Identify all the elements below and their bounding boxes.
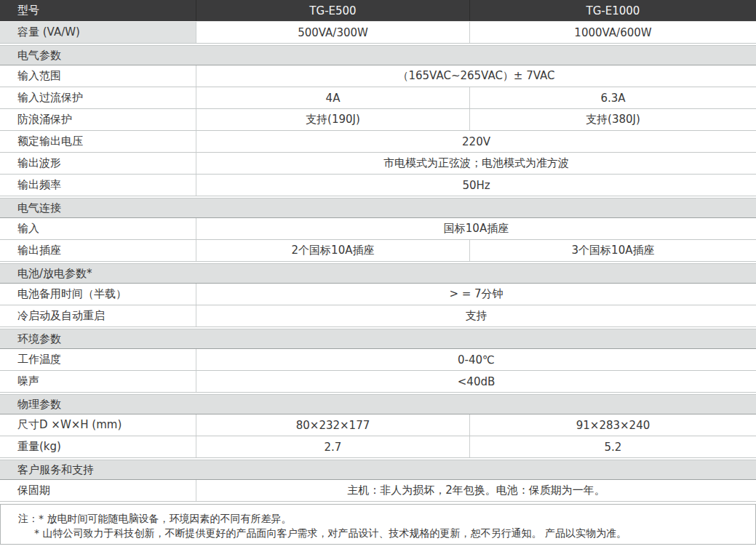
row-label: 防浪涌保护	[0, 109, 196, 130]
row-value-2: 3个国标10A插座	[470, 240, 756, 261]
row-value: （165VAC~265VAC）± 7VAC	[196, 65, 756, 87]
row-label: 容量 (VA/W)	[0, 22, 196, 43]
row-label: 冷启动及自动重启	[0, 305, 196, 326]
footnote-line-1: 注：* 放电时间可能随电脑设备，环境因素的不同有所差异。	[18, 511, 747, 526]
table-row-battery-backup-time: 电池备用时间（半载） > = 7分钟	[0, 284, 756, 305]
table-row-input-overcurrent: 输入过流保护 4A 6.3A	[0, 87, 756, 109]
row-value-1: 2.7	[196, 436, 470, 457]
row-label: 输出波形	[0, 153, 196, 174]
row-value: > = 7分钟	[196, 284, 756, 305]
header-model-tg-e1000: TG-E1000	[470, 0, 756, 21]
row-label: 噪声	[0, 371, 196, 392]
row-label: 尺寸D ×W×H (mm)	[0, 414, 196, 436]
row-label: 输入	[0, 218, 196, 239]
row-label: 输入范围	[0, 65, 196, 87]
table-row-output-waveform: 输出波形 市电模式为正弦波；电池模式为准方波	[0, 153, 756, 175]
table-row-weight: 重量(kg) 2.7 5.2	[0, 436, 756, 458]
section-physical-params: 物理参数	[0, 394, 756, 414]
row-value-2: 6.3A	[470, 87, 756, 108]
row-value: <40dB	[196, 371, 756, 392]
row-value-1: 500VA/300W	[196, 22, 470, 43]
footnotes: 注：* 放电时间可能随电脑设备，环境因素的不同有所差异。 * 山特公司致力于科技…	[0, 504, 756, 545]
table-row-cold-start: 冷启动及自动重启 支持	[0, 305, 756, 327]
row-value-2: 91×283×240	[470, 414, 756, 436]
table-row-output-sockets: 输出插座 2个国标10A插座 3个国标10A插座	[0, 240, 756, 262]
row-value: 市电模式为正弦波；电池模式为准方波	[196, 153, 756, 174]
row-value-1: 80×232×177	[196, 414, 470, 436]
table-row-rated-output-voltage: 额定输出电压 220V	[0, 131, 756, 153]
table-row-dimensions: 尺寸D ×W×H (mm) 80×232×177 91×283×240	[0, 414, 756, 436]
table-row-input-range: 输入范围 （165VAC~265VAC）± 7VAC	[0, 65, 756, 87]
row-label: 输出频率	[0, 175, 196, 196]
table-row-capacity: 容量 (VA/W) 500VA/300W 1000VA/600W	[0, 22, 756, 44]
row-label: 输出插座	[0, 240, 196, 261]
row-value: 220V	[196, 131, 756, 152]
header-model-tg-e500: TG-E500	[196, 0, 470, 21]
row-value-1: 4A	[196, 87, 470, 108]
table-row-input: 输入 国标10A插座	[0, 218, 756, 240]
section-electrical-connection: 电气连接	[0, 198, 756, 218]
row-value: 50Hz	[196, 175, 756, 196]
header-model-label: 型号	[0, 0, 196, 21]
table-row-surge-protection: 防浪涌保护 支持(190J) 支持(380J)	[0, 109, 756, 131]
table-row-warranty: 保固期 主机：非人为损坏，2年包换。电池：保质期为一年。	[0, 480, 756, 502]
row-value: 0-40℃	[196, 349, 756, 370]
row-value: 主机：非人为损坏，2年包换。电池：保质期为一年。	[196, 480, 756, 501]
row-label: 工作温度	[0, 349, 196, 370]
row-value-1: 支持(190J)	[196, 109, 470, 130]
table-row-noise: 噪声 <40dB	[0, 371, 756, 393]
row-label: 电池备用时间（半载）	[0, 284, 196, 305]
row-value-2: 1000VA/600W	[470, 22, 756, 43]
row-label: 额定输出电压	[0, 131, 196, 152]
spec-table: 型号 TG-E500 TG-E1000 容量 (VA/W) 500VA/300W…	[0, 0, 756, 545]
row-value: 支持	[196, 305, 756, 326]
row-value-2: 5.2	[470, 436, 756, 457]
row-label: 输入过流保护	[0, 87, 196, 108]
table-row-operating-temperature: 工作温度 0-40℃	[0, 349, 756, 371]
row-value-1: 2个国标10A插座	[196, 240, 470, 261]
table-header-row: 型号 TG-E500 TG-E1000	[0, 0, 756, 22]
row-label: 保固期	[0, 480, 196, 501]
section-electrical-params: 电气参数	[0, 45, 756, 65]
section-battery-discharge-params: 电池/放电参数*	[0, 263, 756, 284]
row-value-2: 支持(380J)	[470, 109, 756, 130]
section-customer-service: 客户服务和支持	[0, 460, 756, 480]
section-environment-params: 环境参数	[0, 329, 756, 349]
row-label: 重量(kg)	[0, 436, 196, 457]
footnote-line-2: * 山特公司致力于科技创新，不断提供更好的产品面向客户需求，对产品设计、技术规格…	[18, 526, 747, 540]
row-value: 国标10A插座	[196, 218, 756, 239]
table-row-output-frequency: 输出频率 50Hz	[0, 175, 756, 196]
